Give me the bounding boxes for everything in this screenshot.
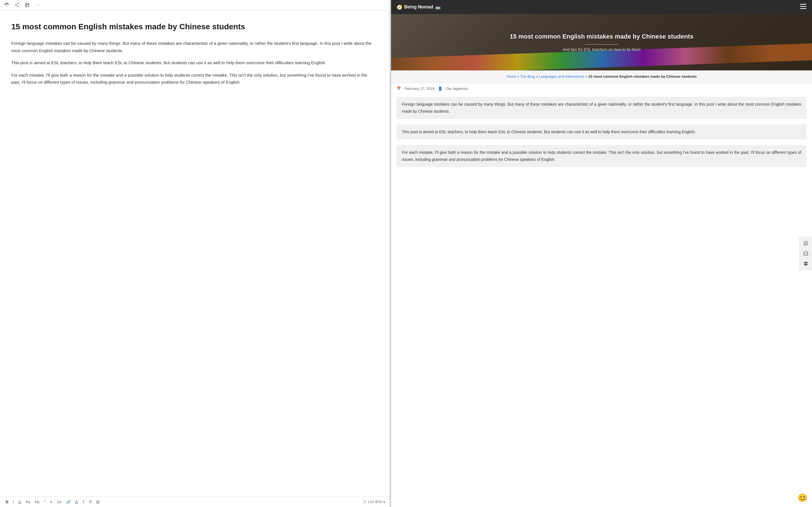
breadcrumb-sep-2: » — [536, 74, 538, 78]
svg-rect-5 — [26, 3, 29, 7]
italic-button[interactable]: i — [12, 499, 15, 505]
svg-rect-7 — [800, 6, 806, 7]
underline2-button[interactable]: A — [74, 499, 79, 505]
editor-top-toolbar: ··· — [0, 0, 390, 10]
stack-tool[interactable] — [801, 259, 810, 268]
more-icon[interactable]: ··· — [35, 2, 40, 8]
svg-rect-9 — [804, 242, 808, 245]
hamburger-menu[interactable] — [800, 3, 806, 11]
clock-icon: ⏱ — [363, 500, 366, 504]
share-icon[interactable] — [14, 2, 20, 8]
logo-text[interactable]: Being Nomad — [404, 4, 433, 10]
site-logo: 🧭 Being Nomad 🚌 — [397, 4, 441, 10]
editor-content-area[interactable]: 15 most common English mistakes made by … — [0, 10, 390, 507]
editor-para-2: This post is aimed at ESL teachers, to h… — [11, 59, 373, 66]
breadcrumb-current: 15 most common English mistakes made by … — [588, 74, 697, 78]
article-author[interactable]: Ola Jagielska — [446, 87, 468, 91]
heading2-button[interactable]: H2 — [34, 499, 41, 505]
breadcrumb: Home » The Blog » Languages and Interact… — [391, 70, 812, 83]
hero-section: 15 most common English mistakes made by … — [391, 14, 812, 70]
breadcrumb-home-link[interactable]: Home — [506, 74, 516, 78]
article-para-2: This post is aimed at ESL teachers, to h… — [397, 124, 806, 139]
text-style-button[interactable]: T — [81, 499, 86, 505]
side-toolbar — [799, 237, 812, 270]
editor-bottom-toolbar: B i U H1 H2 " ≡ 1≡ 🔗 A T T ⊞ ⏱ 129 单词 ▾ — [0, 497, 390, 507]
word-count-value: 129 单词 — [368, 499, 382, 504]
hero-subtitle: And tips for ESL teachers on how to fix … — [510, 47, 694, 52]
svg-line-3 — [15, 4, 18, 5]
logo-bus-icon: 🚌 — [435, 4, 441, 10]
emoji-feedback[interactable]: 😊 — [798, 493, 808, 503]
hero-text-block: 15 most common English mistakes made by … — [510, 33, 694, 52]
article-para-3: For each mistake, I'll give both a reaso… — [397, 145, 806, 167]
word-count-display: ⏱ 129 单词 ▾ — [363, 499, 385, 504]
svg-rect-11 — [804, 262, 808, 263]
code-tool[interactable] — [801, 249, 810, 258]
underline-button[interactable]: U — [17, 499, 22, 505]
site-header: 🧭 Being Nomad 🚌 — [391, 0, 812, 14]
check-tool[interactable] — [801, 239, 810, 248]
quote-button[interactable]: " — [43, 499, 47, 505]
svg-line-4 — [15, 5, 18, 7]
list-bullet-button[interactable]: ≡ — [49, 499, 54, 505]
svg-rect-12 — [804, 264, 808, 265]
article-meta: 📅 February 17, 2019 👤 Ola Jagielska — [391, 83, 812, 94]
article-date: February 17, 2019 — [404, 87, 434, 91]
breadcrumb-category-link[interactable]: Languages and Interactions — [539, 74, 584, 78]
list-number-button[interactable]: 1≡ — [56, 499, 63, 505]
hero-divider — [585, 44, 619, 45]
word-count-dropdown-icon[interactable]: ▾ — [383, 500, 385, 504]
editor-panel: ··· 15 most common English mistakes made… — [0, 0, 390, 507]
table-button[interactable]: ⊞ — [95, 499, 101, 505]
bold-button[interactable]: B — [4, 499, 10, 505]
link-button[interactable]: 🔗 — [65, 499, 72, 505]
logo-icon: 🧭 — [397, 4, 402, 10]
strikethrough-button[interactable]: T — [88, 499, 93, 505]
refresh-icon[interactable] — [4, 2, 10, 8]
browser-preview-panel: 🧭 Being Nomad 🚌 15 most common English m… — [391, 0, 812, 507]
breadcrumb-sep-1: » — [517, 74, 519, 78]
hero-title: 15 most common English mistakes made by … — [510, 33, 694, 41]
editor-para-1: Foreign language mistakes can be caused … — [11, 40, 373, 54]
editor-para-3: For each mistake, I'll give both a reaso… — [11, 71, 373, 86]
heading1-button[interactable]: H1 — [24, 499, 32, 505]
calendar-icon: 📅 — [397, 87, 401, 91]
svg-rect-6 — [800, 4, 806, 5]
breadcrumb-sep-3: » — [585, 74, 587, 78]
expand-icon[interactable] — [24, 2, 30, 8]
article-para-1: Foreign language mistakes can be caused … — [397, 97, 806, 119]
breadcrumb-blog-link[interactable]: The Blog — [520, 74, 535, 78]
svg-rect-8 — [800, 8, 806, 9]
author-icon: 👤 — [438, 87, 442, 91]
article-title: 15 most common English mistakes made by … — [11, 22, 373, 32]
